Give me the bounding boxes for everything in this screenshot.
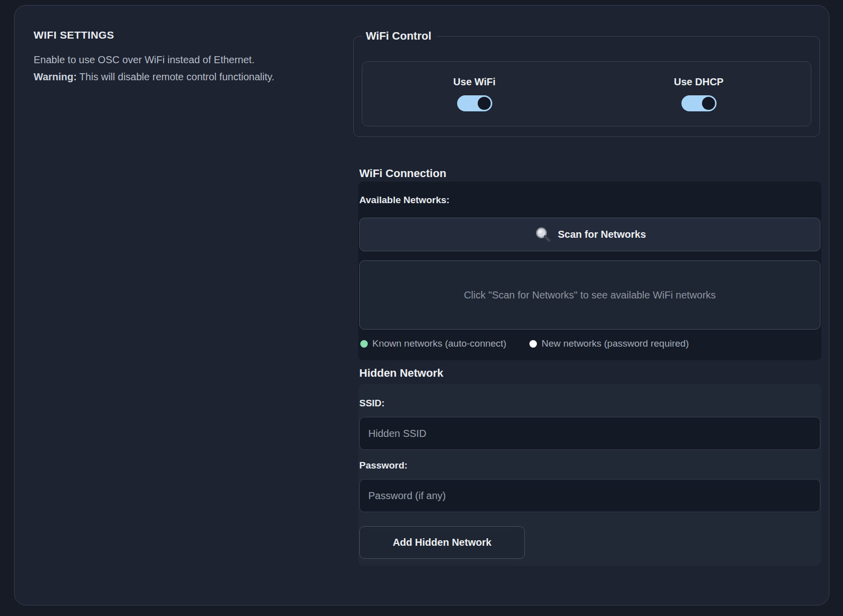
use-dhcp-toggle[interactable] [681, 95, 717, 111]
settings-card: WIFI SETTINGS Enable to use OSC over WiF… [14, 5, 829, 605]
wifi-control-group: WiFi Control Use WiFi Use DHCP [353, 30, 820, 137]
warning-label: Warning: [34, 71, 77, 82]
password-label: Password: [359, 460, 820, 471]
scan-for-networks-button[interactable]: Scan for Networks [359, 218, 820, 251]
empty-state-text: Click "Scan for Networks" to see availab… [464, 289, 716, 301]
wifi-connection-panel: Available Networks: Scan for Networks Cl… [358, 182, 821, 360]
network-legend: Known networks (auto-connect) New networ… [359, 338, 820, 349]
wifi-settings-main: WiFi Control Use WiFi Use DHCP [353, 28, 820, 566]
wifi-connection-title: WiFi Connection [359, 167, 820, 180]
hidden-network-title: Hidden Network [359, 367, 820, 380]
use-wifi-group: Use WiFi [362, 62, 587, 126]
toggle-knob [478, 97, 491, 110]
ssid-label: SSID: [359, 398, 820, 409]
legend-known-networks: Known networks (auto-connect) [360, 338, 506, 349]
password-input[interactable] [359, 479, 820, 512]
wifi-control-toggles: Use WiFi Use DHCP [362, 61, 811, 126]
search-icon [534, 226, 552, 244]
use-dhcp-label: Use DHCP [674, 76, 724, 88]
scan-button-label: Scan for Networks [558, 229, 646, 240]
new-network-dot [529, 340, 537, 348]
description-text: Enable to use OSC over WiFi instead of E… [34, 54, 254, 65]
page-title: WIFI SETTINGS [34, 28, 353, 41]
legend-known-label: Known networks (auto-connect) [372, 338, 506, 349]
use-wifi-toggle[interactable] [457, 95, 492, 111]
use-wifi-label: Use WiFi [453, 76, 495, 88]
use-dhcp-group: Use DHCP [587, 62, 811, 126]
available-networks-label: Available Networks: [359, 195, 820, 206]
legend-new-label: New networks (password required) [541, 338, 689, 349]
ssid-input[interactable] [359, 417, 820, 450]
network-list-empty-state: Click "Scan for Networks" to see availab… [359, 260, 820, 330]
add-hidden-network-button[interactable]: Add Hidden Network [359, 526, 525, 559]
toggle-knob [702, 97, 715, 110]
wifi-settings-intro: WIFI SETTINGS Enable to use OSC over WiF… [34, 28, 353, 566]
warning-text: This will disable remote control functio… [77, 71, 274, 82]
wifi-control-title: WiFi Control [363, 30, 437, 43]
settings-description: Enable to use OSC over WiFi instead of E… [34, 51, 353, 85]
known-network-dot [360, 340, 368, 348]
legend-new-networks: New networks (password required) [529, 338, 689, 349]
hidden-network-panel: SSID: Password: Add Hidden Network [358, 384, 821, 566]
